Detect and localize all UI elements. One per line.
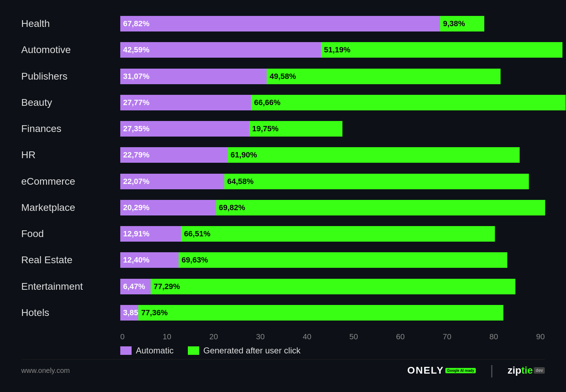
bar-label-purple-7: 20,29% [123, 203, 150, 212]
chart-row-publishers: Publishers31,07%49,58% [21, 66, 545, 87]
chart-row-hr: HR22,79%61,90% [21, 145, 545, 165]
bar-green-5: 61,90% [228, 147, 520, 163]
dev-badge: dev [534, 367, 545, 374]
bar-purple-10: 6,47% [120, 279, 151, 294]
logo-divider: | [490, 363, 493, 378]
chart-row-hotels: Hotels3,85%77,36% [21, 302, 545, 323]
axis-label-20: 20 [209, 332, 218, 341]
bar-label-purple-1: 42,59% [123, 45, 150, 54]
row-label-7: Marketplace [21, 202, 120, 213]
bar-purple-5: 22,79% [120, 147, 228, 163]
row-label-5: HR [21, 149, 120, 161]
axis-label-80: 80 [490, 332, 498, 341]
footer-url: www.onely.com [21, 367, 70, 375]
bar-container-9: 12,40%69,63% [120, 252, 545, 268]
bar-label-green-2: 49,58% [270, 72, 296, 81]
legend-generated: Generated after user click [188, 346, 301, 356]
footer: www.onely.com ONELY Google AI ready | zi… [21, 359, 545, 378]
bar-label-purple-5: 22,79% [123, 150, 150, 160]
bar-label-purple-0: 67,82% [123, 19, 150, 28]
bar-label-green-5: 61,90% [231, 150, 257, 160]
bar-green-6: 64,58% [224, 174, 529, 189]
bar-label-green-8: 66,51% [184, 229, 210, 238]
bar-label-green-4: 19,75% [252, 124, 279, 133]
bar-container-8: 12,91%66,51% [120, 226, 545, 242]
axis-label-90: 90 [536, 332, 544, 341]
axis-label-30: 30 [256, 332, 265, 341]
bar-container-6: 22,07%64,58% [120, 174, 545, 189]
row-label-3: Beauty [21, 97, 120, 108]
legend-label-generated: Generated after user click [203, 346, 301, 356]
row-label-4: Finances [21, 123, 120, 134]
bar-container-4: 27,35%19,75% [120, 121, 545, 137]
chart-container: Health67,82%9,38%Automotive42,59%51,19%P… [0, 0, 566, 392]
bar-green-8: 66,51% [181, 226, 495, 242]
row-label-6: eCommerce [21, 176, 120, 187]
axis-label-50: 50 [350, 332, 358, 341]
row-label-10: Entertainment [21, 281, 120, 292]
bar-purple-1: 42,59% [120, 42, 321, 58]
bar-container-10: 6,47%77,29% [120, 279, 545, 294]
bar-label-green-9: 69,63% [181, 255, 208, 265]
chart-row-automotive: Automotive42,59%51,19% [21, 40, 545, 60]
row-label-8: Food [21, 228, 120, 240]
bar-purple-3: 27,77% [120, 95, 251, 110]
row-label-1: Automotive [21, 44, 120, 56]
chart-row-beauty: Beauty27,77%66,66% [21, 92, 545, 113]
row-label-9: Real Estate [21, 254, 120, 266]
bar-container-2: 31,07%49,58% [120, 69, 545, 84]
bar-label-green-10: 77,29% [154, 282, 180, 291]
row-label-2: Publishers [21, 71, 120, 82]
bar-purple-2: 31,07% [120, 69, 267, 84]
axis-container: 0102030405060708090 [120, 329, 545, 341]
axis-labels: 0102030405060708090 [120, 332, 545, 341]
chart-row-real-estate: Real Estate12,40%69,63% [21, 250, 545, 270]
bar-container-7: 20,29%69,82% [120, 200, 545, 215]
legend-color-generated [188, 346, 199, 355]
bar-green-4: 19,75% [249, 121, 342, 137]
bar-container-5: 22,79%61,90% [120, 147, 545, 163]
row-label-11: Hotels [21, 307, 120, 318]
bar-label-purple-9: 12,40% [123, 255, 150, 265]
row-label-0: Health [21, 18, 120, 29]
bar-label-green-6: 64,58% [227, 177, 254, 186]
chart-row-food: Food12,91%66,51% [21, 224, 545, 244]
footer-logos: ONELY Google AI ready | zip tie dev [407, 363, 545, 378]
chart-row-health: Health67,82%9,38% [21, 13, 545, 34]
bar-purple-4: 27,35% [120, 121, 249, 137]
onely-logo: ONELY Google AI ready [407, 365, 476, 376]
bar-green-1: 51,19% [321, 42, 563, 58]
legend-label-automatic: Automatic [136, 346, 174, 356]
tie-text: tie [521, 365, 533, 376]
bar-container-11: 3,85%77,36% [120, 305, 545, 321]
legend-container: Automatic Generated after user click [120, 341, 545, 359]
axis-label-10: 10 [163, 332, 171, 341]
legend-color-automatic [120, 346, 132, 355]
chart-row-marketplace: Marketplace20,29%69,82% [21, 197, 545, 218]
bar-purple-11: 3,85% [120, 305, 138, 321]
chart-row-ecommerce: eCommerce22,07%64,58% [21, 171, 545, 192]
ziptie-logo: zip tie dev [508, 365, 545, 376]
chart-row-finances: Finances27,35%19,75% [21, 119, 545, 139]
bar-label-green-11: 77,36% [141, 308, 168, 317]
bar-green-11: 77,36% [138, 305, 503, 321]
axis-label-40: 40 [303, 332, 311, 341]
bar-purple-6: 22,07% [120, 174, 224, 189]
chart-rows: Health67,82%9,38%Automotive42,59%51,19%P… [21, 11, 545, 329]
bar-green-0: 9,38% [440, 16, 484, 31]
bar-label-green-3: 66,66% [254, 98, 281, 107]
bar-purple-9: 12,40% [120, 252, 179, 268]
bar-green-9: 69,63% [179, 252, 507, 268]
bar-green-2: 49,58% [267, 69, 501, 84]
bar-label-green-7: 69,82% [219, 203, 246, 212]
bar-label-purple-10: 6,47% [123, 282, 145, 291]
bar-green-7: 69,82% [216, 200, 545, 215]
onely-text: ONELY [407, 365, 444, 376]
chart-row-entertainment: Entertainment6,47%77,29% [21, 276, 545, 297]
bar-label-purple-3: 27,77% [123, 98, 150, 107]
axis-label-0: 0 [120, 332, 125, 341]
axis-label-70: 70 [443, 332, 451, 341]
zip-text: zip [508, 365, 521, 376]
bar-purple-8: 12,91% [120, 226, 181, 242]
bar-container-3: 27,77%66,66% [120, 95, 545, 110]
